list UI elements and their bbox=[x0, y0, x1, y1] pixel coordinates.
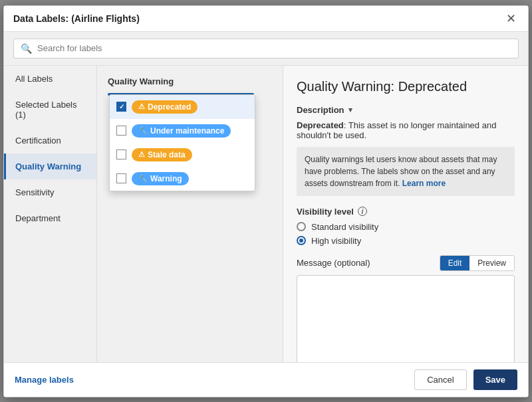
main-content: Quality Warning ⚠ Deprecated bbox=[97, 66, 528, 362]
dropdown-box: ⚠ Deprecated 🔧 Under maintenance bbox=[108, 93, 254, 96]
sidebar: All Labels Selected Labels (1) Certifica… bbox=[4, 66, 97, 362]
sidebar-item-department[interactable]: Department bbox=[4, 205, 96, 231]
message-section: Message (optional) Edit Preview bbox=[297, 255, 515, 362]
maintenance-icon: 🔧 bbox=[138, 126, 148, 135]
detail-title: Quality Warning: Deprecated bbox=[297, 79, 515, 94]
label-panel-title: Quality Warning bbox=[108, 76, 272, 86]
visibility-section: Visibility level i Standard visibility H… bbox=[297, 207, 515, 246]
info-box: Quality warnings let users know about as… bbox=[297, 147, 515, 196]
badge-stale-data: ⚠ Stale data bbox=[132, 148, 192, 161]
chevron-down-icon: ▾ bbox=[348, 106, 352, 114]
list-item[interactable]: 🔧 Under maintenance bbox=[110, 119, 255, 143]
checkbox-under-maintenance[interactable] bbox=[116, 126, 126, 136]
list-item[interactable]: ⚠ Deprecated bbox=[110, 95, 255, 119]
close-button[interactable]: ✕ bbox=[503, 13, 519, 25]
description-header: Description ▾ bbox=[297, 105, 515, 115]
radio-high[interactable]: High visibility bbox=[297, 236, 515, 246]
message-header: Message (optional) Edit Preview bbox=[297, 255, 515, 271]
warning-blue-icon: 🔧 bbox=[138, 174, 148, 183]
sidebar-item-certification[interactable]: Certification bbox=[4, 128, 96, 153]
info-icon: i bbox=[358, 207, 367, 216]
stale-icon: ⚠ bbox=[138, 150, 145, 159]
description-text: Deprecated: This asset is no longer main… bbox=[297, 120, 515, 140]
message-textarea[interactable] bbox=[297, 275, 515, 362]
dialog-body: All Labels Selected Labels (1) Certifica… bbox=[4, 66, 528, 362]
warning-icon: ⚠ bbox=[138, 102, 145, 111]
search-input-wrapper: 🔍 bbox=[13, 39, 519, 58]
learn-more-link[interactable]: Learn more bbox=[402, 179, 446, 188]
checkbox-deprecated[interactable] bbox=[116, 102, 126, 112]
detail-panel: Quality Warning: Deprecated Description … bbox=[283, 66, 528, 362]
sidebar-item-selected-labels[interactable]: Selected Labels (1) bbox=[4, 92, 96, 128]
radio-standard[interactable]: Standard visibility bbox=[297, 222, 515, 232]
description-label: Description bbox=[297, 105, 344, 115]
badge-deprecated: ⚠ Deprecated bbox=[132, 100, 198, 114]
badge-under-maintenance: 🔧 Under maintenance bbox=[132, 124, 231, 138]
search-icon: 🔍 bbox=[21, 43, 32, 54]
sidebar-item-sensitivity[interactable]: Sensitivity bbox=[4, 179, 96, 205]
list-item[interactable]: 🔧 Warning bbox=[110, 167, 255, 191]
tab-preview[interactable]: Preview bbox=[469, 256, 514, 270]
visibility-label: Visibility level i bbox=[297, 207, 515, 217]
label-panel: Quality Warning ⚠ Deprecated bbox=[97, 66, 283, 362]
radio-circle-high[interactable] bbox=[297, 236, 306, 245]
dialog-title: Data Labels: (Airline Flights) bbox=[13, 13, 140, 24]
sidebar-item-quality-warning[interactable]: Quality Warning bbox=[4, 153, 96, 179]
manage-labels-link[interactable]: Manage labels bbox=[15, 375, 74, 385]
search-bar: 🔍 bbox=[4, 32, 528, 66]
checkbox-stale-data[interactable] bbox=[116, 150, 126, 159]
radio-circle-standard[interactable] bbox=[297, 222, 306, 231]
badge-warning: 🔧 Warning bbox=[132, 172, 189, 185]
tab-group: Edit Preview bbox=[440, 255, 515, 271]
footer-buttons: Cancel Save bbox=[414, 369, 517, 390]
sidebar-item-all-labels[interactable]: All Labels bbox=[4, 66, 96, 92]
tab-edit[interactable]: Edit bbox=[440, 256, 470, 270]
list-item[interactable]: ⚠ Stale data bbox=[110, 143, 255, 167]
save-button[interactable]: Save bbox=[473, 369, 517, 390]
cancel-button[interactable]: Cancel bbox=[414, 369, 466, 390]
checkbox-warning[interactable] bbox=[116, 173, 126, 183]
title-bar: Data Labels: (Airline Flights) ✕ bbox=[4, 6, 528, 32]
message-label: Message (optional) bbox=[297, 258, 370, 268]
search-input[interactable] bbox=[37, 43, 511, 53]
dialog: Data Labels: (Airline Flights) ✕ 🔍 All L… bbox=[3, 5, 529, 397]
dropdown-items: ⚠ Deprecated 🔧 Under maintenance bbox=[109, 94, 255, 191]
dialog-footer: Manage labels Cancel Save bbox=[4, 362, 528, 397]
